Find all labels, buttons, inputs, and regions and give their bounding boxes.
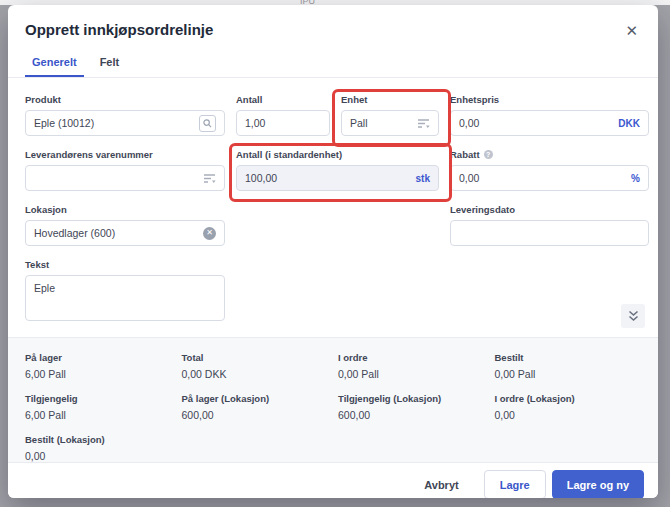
text-field-group: Tekst Eple bbox=[25, 259, 225, 321]
location-input-wrap: ✕ bbox=[25, 220, 225, 246]
unit-price-field-group: Enhetspris DKK bbox=[450, 94, 649, 136]
standard-unit-quantity-label: Antall (i standardenhet) bbox=[236, 149, 439, 160]
summary-label: Tilgjengelig bbox=[25, 393, 172, 404]
save-button[interactable]: Lagre bbox=[484, 470, 546, 498]
list-filter-icon[interactable] bbox=[203, 173, 216, 184]
summary-label: Total bbox=[182, 352, 329, 363]
summary-item-tilgjengelig-lokasjon: Tilgjengelig (Lokasjon) 600,00 bbox=[338, 393, 485, 421]
product-field-group: Produkt bbox=[25, 94, 225, 136]
percent-suffix: % bbox=[631, 173, 640, 184]
discount-input-wrap: % bbox=[450, 165, 649, 191]
list-filter-icon[interactable] bbox=[417, 118, 430, 129]
standard-unit-quantity-field-group: Antall (i standardenhet) stk bbox=[236, 149, 439, 191]
unit-input-wrap bbox=[341, 110, 439, 136]
summary-label: I ordre bbox=[338, 352, 485, 363]
product-label: Produkt bbox=[25, 94, 225, 105]
discount-field-group: Rabatt ? % bbox=[450, 149, 649, 191]
summary-label: Bestilt bbox=[495, 352, 642, 363]
summary-value: 0,00 Pall bbox=[495, 368, 642, 380]
search-icon[interactable] bbox=[199, 115, 216, 132]
standard-unit-quantity-input-wrap: stk bbox=[236, 165, 439, 191]
summary-item-pa-lager: På lager 6,00 Pall bbox=[25, 352, 172, 380]
summary-value: 6,00 Pall bbox=[25, 409, 172, 421]
summary-item-tilgjengelig: Tilgjengelig 6,00 Pall bbox=[25, 393, 172, 421]
supplier-item-number-input-wrap bbox=[25, 165, 225, 191]
text-area-input[interactable]: Eple bbox=[25, 275, 225, 321]
unit-label: Enhet bbox=[341, 94, 439, 105]
quantity-input[interactable] bbox=[245, 117, 321, 129]
summary-value: 600,00 bbox=[182, 409, 329, 421]
summary-item-bestilt: Bestilt 0,00 Pall bbox=[495, 352, 642, 380]
location-input[interactable] bbox=[34, 227, 203, 239]
summary-item-bestilt-lokasjon: Bestilt (Lokasjon) 0,00 bbox=[25, 434, 172, 462]
unit-field-group: Enhet bbox=[341, 94, 439, 136]
currency-suffix: DKK bbox=[618, 118, 640, 129]
cancel-button[interactable]: Avbryt bbox=[412, 470, 470, 498]
standard-unit-quantity-input[interactable] bbox=[245, 172, 410, 184]
tab-felt[interactable]: Felt bbox=[93, 56, 127, 77]
dialog-title: Opprett innkjøpsordrelinje bbox=[25, 21, 213, 38]
supplier-item-number-field-group: Leverandørens varenummer bbox=[25, 149, 225, 191]
unit-input[interactable] bbox=[350, 117, 417, 129]
delivery-date-label: Leveringsdato bbox=[450, 204, 649, 215]
product-input-wrap bbox=[25, 110, 225, 136]
delivery-date-input[interactable] bbox=[459, 227, 640, 239]
delivery-date-input-wrap bbox=[450, 220, 649, 246]
close-icon[interactable]: ✕ bbox=[621, 21, 642, 40]
unit-price-label: Enhetspris bbox=[450, 94, 649, 105]
unit-suffix: stk bbox=[416, 173, 430, 184]
unit-price-input-wrap: DKK bbox=[450, 110, 649, 136]
summary-item-i-ordre-lokasjon: I ordre (Lokasjon) 0,00 bbox=[495, 393, 642, 421]
summary-value: 0,00 DKK bbox=[182, 368, 329, 380]
stock-summary-panel: På lager 6,00 Pall Total 0,00 DKK I ordr… bbox=[8, 337, 658, 462]
summary-label: Bestilt (Lokasjon) bbox=[25, 434, 172, 445]
clear-circle-icon[interactable]: ✕ bbox=[203, 227, 216, 240]
screen: IPU Opprett innkjøpsordrelinje ✕ Generel… bbox=[0, 0, 670, 507]
location-field-group: Lokasjon ✕ bbox=[25, 204, 225, 246]
unit-price-input[interactable] bbox=[459, 117, 612, 129]
summary-label: På lager (Lokasjon) bbox=[182, 393, 329, 404]
text-label: Tekst bbox=[25, 259, 225, 270]
dialog-footer: Avbryt Lagre Lagre og ny bbox=[8, 462, 658, 498]
help-circle-icon[interactable]: ? bbox=[484, 150, 493, 159]
summary-label: På lager bbox=[25, 352, 172, 363]
product-input[interactable] bbox=[34, 117, 199, 129]
create-purchase-order-line-dialog: Opprett innkjøpsordrelinje ✕ Generelt Fe… bbox=[8, 5, 658, 498]
discount-label-text: Rabatt bbox=[450, 149, 480, 160]
delivery-date-field-group: Leveringsdato bbox=[450, 204, 649, 246]
summary-value: 0,00 bbox=[25, 450, 172, 462]
summary-value: 0,00 Pall bbox=[338, 368, 485, 380]
summary-value: 6,00 Pall bbox=[25, 368, 172, 380]
dialog-header: Opprett innkjøpsordrelinje ✕ bbox=[8, 5, 658, 40]
supplier-item-number-input[interactable] bbox=[34, 172, 203, 184]
quantity-input-wrap bbox=[236, 110, 330, 136]
order-line-form: Produkt Antall Enhet bbox=[8, 78, 658, 337]
summary-item-pa-lager-lokasjon: På lager (Lokasjon) 600,00 bbox=[182, 393, 329, 421]
summary-value: 0,00 bbox=[495, 409, 642, 421]
summary-item-total: Total 0,00 DKK bbox=[182, 352, 329, 380]
tab-bar: Generelt Felt bbox=[8, 56, 658, 78]
summary-value: 600,00 bbox=[338, 409, 485, 421]
discount-input[interactable] bbox=[459, 172, 625, 184]
quantity-label: Antall bbox=[236, 94, 330, 105]
summary-item-i-ordre: I ordre 0,00 Pall bbox=[338, 352, 485, 380]
chevron-double-down-icon[interactable] bbox=[621, 304, 645, 328]
discount-label: Rabatt ? bbox=[450, 149, 649, 160]
quantity-field-group: Antall bbox=[236, 94, 330, 136]
supplier-item-number-label: Leverandørens varenummer bbox=[25, 149, 225, 160]
save-and-new-button[interactable]: Lagre og ny bbox=[552, 470, 644, 498]
location-label: Lokasjon bbox=[25, 204, 225, 215]
summary-label: I ordre (Lokasjon) bbox=[495, 393, 642, 404]
summary-label: Tilgjengelig (Lokasjon) bbox=[338, 393, 485, 404]
tab-generelt[interactable]: Generelt bbox=[25, 56, 84, 77]
